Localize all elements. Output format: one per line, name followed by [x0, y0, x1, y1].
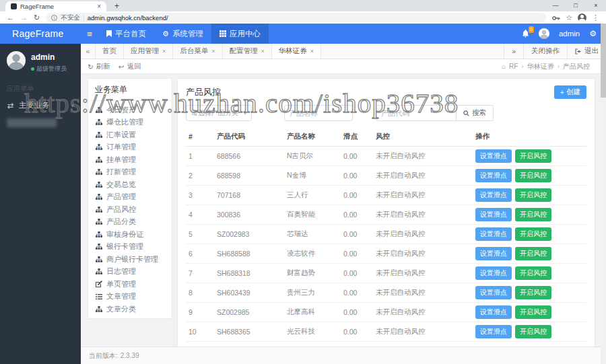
content-area: 业务菜单 今日资产爆仓比管理汇率设置订单管理挂单管理打新管理交易总览产品管理产品… [81, 74, 606, 347]
refresh-button[interactable]: ↻ 刷新 [88, 62, 110, 71]
header-username[interactable]: admin [559, 30, 580, 38]
menu-item-label: 交易总览 [106, 180, 136, 190]
header-nav-item[interactable]: ⚙系统管理 [154, 24, 211, 44]
product-name-input[interactable] [284, 105, 353, 121]
menu-item[interactable]: 今日资产 [88, 104, 172, 116]
sidebar-avatar[interactable] [7, 51, 26, 70]
window-close-button[interactable]: × [586, 0, 606, 11]
bookmark-icon [106, 30, 112, 37]
menu-item[interactable]: 文章分类 [88, 303, 172, 316]
menu-item[interactable]: 日志管理 [88, 266, 172, 279]
menu-item[interactable]: 产品风控 [88, 203, 172, 216]
page-tab[interactable]: 华林证券× [272, 44, 321, 59]
menu-item[interactable]: 单页管理 [88, 278, 172, 291]
back-button[interactable]: ↩ 返回 [119, 62, 141, 71]
bookmark-star-icon[interactable]: ☆ [566, 14, 572, 22]
notifications-button[interactable]: 0 [522, 30, 529, 38]
set-slippage-button[interactable]: 设置滑点 [475, 208, 512, 221]
page-tab[interactable]: 后台菜单× [173, 44, 222, 59]
set-slippage-button[interactable]: 设置滑点 [475, 188, 512, 202]
hamburger-icon[interactable]: ≡ [81, 29, 98, 39]
menu-item-label: 产品管理 [106, 192, 136, 202]
reload-icon[interactable]: ↻ [34, 14, 40, 22]
enable-risk-button[interactable]: 开启风控 [515, 227, 551, 241]
menu-item[interactable]: 打新管理 [88, 166, 172, 179]
sitemap-icon [95, 268, 102, 275]
menu-item[interactable]: 汇率设置 [88, 129, 172, 141]
profile-avatar[interactable] [578, 13, 586, 22]
window-minimize-button[interactable]: — [545, 0, 566, 11]
enable-risk-button[interactable]: 开启风控 [515, 247, 551, 260]
filter-bar: 请选择产品分类 ▾ 搜索 [186, 105, 586, 121]
forward-icon[interactable]: → [20, 14, 28, 22]
scrollbar[interactable] [601, 24, 606, 364]
address-bar[interactable]: i 不安全 admin.gwsqhok.cn/backend/ [46, 13, 546, 22]
sidebar-item-main-business[interactable]: ⇄ 主要业务 ▾ [0, 96, 81, 115]
divider [83, 15, 84, 21]
set-slippage-button[interactable]: 设置滑点 [475, 266, 512, 280]
settings-cogs-icon[interactable]: ⚙ [589, 29, 597, 38]
tab-scroll-left-button[interactable]: « [81, 44, 96, 59]
menu-item[interactable]: 爆仓比管理 [88, 116, 172, 129]
enable-risk-button[interactable]: 开启风控 [515, 208, 551, 221]
set-slippage-button[interactable]: 设置滑点 [475, 227, 512, 241]
menu-item[interactable]: 文章管理 [88, 291, 172, 303]
tab-close-icon[interactable]: × [162, 48, 166, 54]
menu-item[interactable]: 商户银行卡管理 [88, 253, 172, 266]
menu-item[interactable]: 交易总览 [88, 178, 172, 191]
tab-close-icon[interactable]: × [211, 48, 215, 54]
menu-item[interactable]: 订单管理 [88, 141, 172, 154]
cell-index: 10 [186, 322, 214, 342]
browser-tab[interactable]: RageFrame × [5, 1, 106, 11]
menu-item[interactable]: 审核身份证 [88, 228, 172, 241]
tab-scroll-right-button[interactable]: » [504, 44, 523, 59]
brand-logo[interactable]: RageFrame [0, 28, 81, 39]
search-button[interactable]: 搜索 [457, 105, 494, 121]
product-code-input[interactable] [376, 105, 457, 121]
set-slippage-button[interactable]: 设置滑点 [475, 286, 512, 299]
menu-item[interactable]: 产品管理 [88, 191, 172, 204]
sidebar-item-blurred[interactable] [7, 118, 57, 127]
th-icon [220, 30, 226, 37]
enable-risk-button[interactable]: 开启风控 [515, 325, 551, 338]
menu-dots-icon[interactable]: ⋮ [592, 14, 599, 22]
page-tab[interactable]: 首页 [96, 44, 124, 59]
category-select[interactable]: 请选择产品分类 ▾ [186, 105, 252, 121]
table-row: 1688566N吉贝尔0.00未开启自动风控设置滑点开启风控 [186, 147, 586, 166]
enable-risk-button[interactable]: 开启风控 [515, 266, 551, 280]
tab-close-icon[interactable]: × [261, 48, 265, 54]
info-icon[interactable]: i [51, 15, 57, 21]
create-button[interactable]: + 创建 [554, 85, 586, 99]
new-tab-button[interactable]: + [114, 1, 119, 11]
exit-icon [575, 48, 582, 54]
header-nav-item[interactable]: 平台首页 [98, 24, 154, 44]
window-maximize-button[interactable]: □ [566, 0, 586, 11]
tab-close-icon[interactable]: × [97, 3, 101, 10]
set-slippage-button[interactable]: 设置滑点 [475, 305, 512, 319]
set-slippage-button[interactable]: 设置滑点 [475, 169, 512, 182]
enable-risk-button[interactable]: 开启风控 [515, 188, 551, 202]
tab-close-icon[interactable]: × [310, 48, 314, 54]
set-slippage-button[interactable]: 设置滑点 [475, 247, 512, 260]
page-tab[interactable]: 配置管理× [223, 44, 272, 59]
set-slippage-button[interactable]: 设置滑点 [475, 149, 512, 163]
page-tab[interactable]: 应用管理× [124, 44, 173, 59]
close-operations-button[interactable]: 关闭操作 [523, 44, 567, 59]
sitemap-icon [95, 194, 102, 200]
enable-risk-button[interactable]: 开启风控 [515, 305, 551, 319]
header-nav-item[interactable]: 应用中心 [211, 24, 269, 44]
menu-item[interactable]: 挂单管理 [88, 153, 172, 166]
enable-risk-button[interactable]: 开启风控 [515, 169, 551, 182]
back-icon[interactable]: ← [7, 14, 14, 22]
enable-risk-button[interactable]: 开启风控 [515, 286, 551, 299]
set-slippage-button[interactable]: 设置滑点 [475, 325, 512, 338]
enable-risk-button[interactable]: 开启风控 [515, 149, 551, 163]
key-icon[interactable] [552, 11, 560, 24]
scrollbar-thumb[interactable] [601, 24, 606, 98]
cell-risk-status: 未开启自动风控 [373, 166, 473, 186]
menu-item[interactable]: 银行卡管理 [88, 241, 172, 254]
menu-item[interactable]: 产品分类 [88, 216, 172, 229]
user-avatar[interactable] [539, 28, 549, 39]
cell-actions: 设置滑点开启风控 [473, 205, 586, 225]
cell-product-name: 贵州三力 [284, 283, 341, 303]
